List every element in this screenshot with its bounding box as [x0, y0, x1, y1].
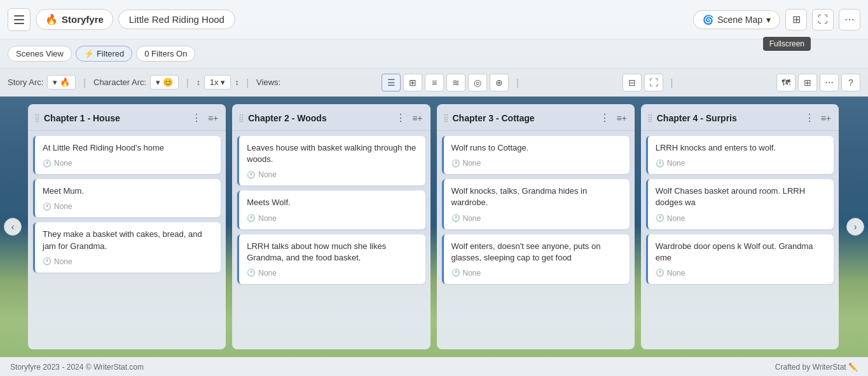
scene-card[interactable]: Meets Wolf. 🕐 None: [237, 191, 425, 229]
wave-view-button[interactable]: ≋: [446, 74, 465, 91]
chapter-cards-3: Wolf runs to Cottage. 🕐 None Wolf knocks…: [437, 131, 635, 349]
footer-right: Crafted by WriterStat ✏️: [775, 363, 858, 372]
scene-card-text: Wolf runs to Cottage.: [451, 142, 622, 154]
zoom-up-icon: ↕: [196, 78, 200, 87]
chapter-cards-4: LRRH knocks and enters to wolf. 🕐 None W…: [641, 131, 839, 349]
scene-card-meta: 🕐 None: [247, 214, 417, 223]
scene-time: None: [258, 170, 277, 179]
scene-card[interactable]: Wolf knocks, talks, Grandma hides in war…: [442, 179, 630, 229]
zoom-label: 1x: [210, 77, 219, 87]
chapter-add-button-3[interactable]: ≡+: [615, 112, 628, 124]
chapter-menu-button-4[interactable]: ⋮: [803, 111, 816, 125]
chapter-add-button-2[interactable]: ≡+: [411, 112, 424, 124]
list-view-button[interactable]: ☰: [382, 74, 401, 91]
clock-icon: 🕐: [451, 159, 460, 168]
clock-icon: 🕐: [43, 159, 52, 168]
scene-card[interactable]: LRRH knocks and enters to wolf. 🕐 None: [646, 136, 834, 174]
nav-left-button[interactable]: ‹: [4, 218, 22, 236]
clock-icon: 🕐: [451, 214, 460, 222]
clock-icon: 🕐: [656, 214, 665, 222]
add-card-button[interactable]: ⊞: [785, 9, 807, 30]
connect-view-button[interactable]: ⊕: [490, 74, 509, 91]
svg-rect-1: [14, 19, 24, 20]
scenes-view-label: Scenes View: [16, 49, 64, 58]
chapter-column-3: ⣿ Chapter 3 - Cottage ⋮ ≡+ Wolf runs to …: [437, 104, 635, 349]
more-view-button[interactable]: ⋯: [820, 74, 839, 91]
chapter-title-1: Chapter 1 - House: [44, 113, 186, 123]
clock-icon: 🕐: [451, 269, 460, 277]
drag-handle-2: ⣿: [238, 114, 244, 123]
filtered-button[interactable]: ⚡ Filtered: [76, 46, 132, 62]
scene-time: None: [463, 159, 481, 168]
scene-map-button[interactable]: 🌀 Scene Map ▾: [693, 10, 780, 29]
chapter-add-button-4[interactable]: ≡+: [820, 112, 832, 124]
chapter-column-2: ⣿ Chapter 2 - Woods ⋮ ≡+ Leaves house wi…: [232, 104, 430, 349]
zoom-dropdown[interactable]: 1x ▾: [204, 75, 231, 90]
storyfyre-button[interactable]: 🔥 Storyfyre: [36, 9, 113, 30]
toolbar: Scenes View ⚡ Filtered 0 Filters On Full…: [0, 39, 868, 69]
project-title-button[interactable]: Little Red Riding Hood: [118, 10, 235, 29]
character-arc-chevron-icon: ▾: [156, 77, 160, 87]
scene-card-meta: 🕐 None: [451, 269, 622, 278]
scene-card-meta: 🕐 None: [247, 269, 417, 278]
expand-view-button[interactable]: ⛶: [644, 74, 663, 91]
scene-card-meta: 🕐 None: [451, 159, 622, 168]
extra-icons-group: ⊟ ⛶: [623, 74, 663, 91]
scene-card[interactable]: Wolf runs to Cottage. 🕐 None: [442, 136, 630, 174]
chapter-menu-button-2[interactable]: ⋮: [394, 111, 407, 125]
grid-view-button[interactable]: ⊞: [403, 74, 422, 91]
scene-card-text: Meets Wolf.: [247, 197, 417, 208]
scene-time: None: [463, 269, 481, 278]
circle-view-button[interactable]: ◎: [468, 74, 487, 91]
help-button[interactable]: ?: [841, 74, 860, 91]
scene-card[interactable]: Wardrobe door opens k Wolf out. Grandma …: [646, 234, 834, 284]
nav-right-button[interactable]: ›: [846, 218, 864, 236]
scene-map-icon: 🌀: [703, 15, 713, 25]
separator-3: |: [244, 77, 251, 88]
story-arc-dropdown[interactable]: ▾ 🔥: [47, 75, 76, 90]
fullscreen-button[interactable]: ⛶: [812, 9, 834, 30]
scene-card-text: Leaves house with basket walking through…: [247, 142, 417, 165]
chapter-menu-button-1[interactable]: ⋮: [190, 111, 203, 125]
scene-time: None: [667, 159, 685, 168]
scene-card-meta: 🕐 None: [43, 159, 213, 168]
scene-card[interactable]: At Little Red Riding Hood's home 🕐 None: [33, 136, 221, 174]
top-bar: 🔥 Storyfyre Little Red Riding Hood 🌀 Sce…: [0, 0, 868, 39]
scene-card-meta: 🕐 None: [247, 170, 417, 179]
zoom-section: ↕ 1x ▾ ↕: [196, 75, 239, 90]
character-arc-section: Character Arc: ▾ 😊: [93, 75, 179, 90]
scene-time: None: [667, 269, 685, 278]
scene-card[interactable]: Wolf enters, doesn't see anyone, puts on…: [442, 234, 630, 284]
scene-card[interactable]: Wolf Chases basket around room. LRRH dod…: [646, 179, 834, 229]
scene-card[interactable]: Meet Mum. 🕐 None: [33, 179, 221, 217]
chapter-cards-1: At Little Red Riding Hood's home 🕐 None …: [28, 131, 226, 349]
scene-time: None: [258, 269, 277, 278]
chapter-add-button-1[interactable]: ≡+: [207, 112, 219, 124]
scene-time: None: [54, 159, 72, 168]
card-view-button[interactable]: ⊟: [623, 74, 642, 91]
scenes-view-button[interactable]: Scenes View: [8, 46, 72, 62]
filters-on-button[interactable]: 0 Filters On: [136, 46, 195, 62]
views-label: Views:: [256, 77, 280, 87]
scene-card-text: They make a basket with cakes, bread, an…: [43, 229, 213, 252]
views-section: Views:: [256, 77, 280, 87]
character-arc-dropdown[interactable]: ▾ 😊: [150, 75, 179, 90]
scene-card[interactable]: Leaves house with basket walking through…: [237, 136, 425, 185]
chapter-menu-button-3[interactable]: ⋮: [598, 111, 611, 125]
scene-map-label: Scene Map: [717, 15, 762, 25]
menu-button[interactable]: [8, 8, 31, 31]
columns-view-button[interactable]: ⊞: [798, 74, 817, 91]
scene-time: None: [54, 257, 72, 266]
scene-card-meta: 🕐 None: [451, 214, 622, 223]
detail-view-button[interactable]: ≡: [425, 74, 444, 91]
story-arc-flame-icon: 🔥: [60, 77, 70, 87]
scene-time: None: [54, 202, 72, 211]
chapter-title-3: Chapter 3 - Cottage: [453, 113, 595, 123]
scene-card[interactable]: They make a basket with cakes, bread, an…: [33, 222, 221, 272]
more-options-button[interactable]: ⋯: [839, 9, 860, 30]
scene-card-meta: 🕐 None: [656, 214, 826, 223]
map-view-button[interactable]: 🗺: [776, 74, 796, 91]
scene-card[interactable]: LRRH talks about how much she likes Gran…: [237, 234, 425, 284]
view-icons-group: ☰ ⊞ ≡ ≋ ◎ ⊕: [382, 74, 509, 91]
scene-time: None: [667, 214, 685, 223]
